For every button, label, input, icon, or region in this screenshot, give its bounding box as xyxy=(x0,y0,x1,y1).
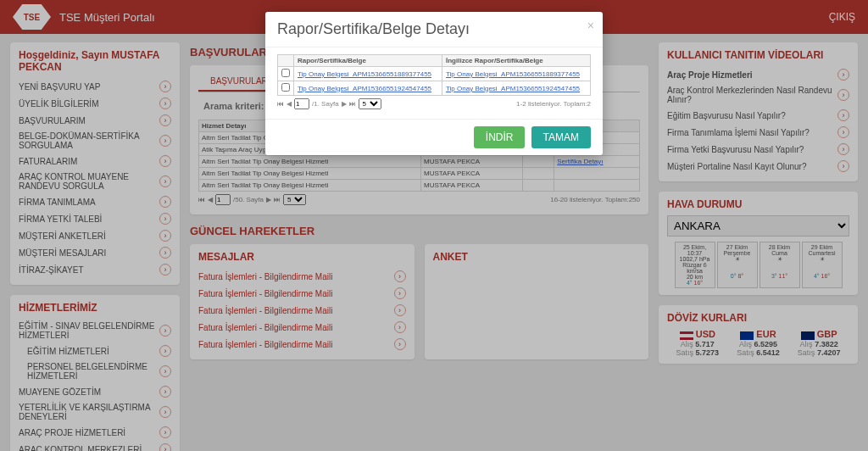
modal-col1: Rapor/Sertifika/Belge xyxy=(294,55,442,67)
row-checkbox[interactable] xyxy=(281,83,290,92)
pager-last-icon[interactable]: ⏭ xyxy=(349,100,356,108)
modal-pager-input[interactable] xyxy=(294,98,309,109)
modal-row[interactable]: Tip Onay Belgesi_APM15366551924547455Tip… xyxy=(278,81,591,96)
modal-title: Rapor/Sertifika/Belge Detayı xyxy=(277,20,470,37)
close-icon[interactable]: × xyxy=(587,19,594,32)
modal-pager-suffix: /1. Sayfa xyxy=(312,100,339,108)
ok-button[interactable]: TAMAM xyxy=(531,126,591,148)
modal-pager-info: 1-2 listeleniyor. Toplam:2 xyxy=(516,100,591,108)
pager-prev-icon[interactable]: ◀ xyxy=(287,100,292,108)
modal-col2: İngilizce Rapor/Sertifika/Belge xyxy=(442,55,591,67)
modal-pager-size[interactable]: 5 xyxy=(359,98,381,109)
download-button[interactable]: İNDİR xyxy=(474,126,526,148)
modal-pager: ⏮ ◀ /1. Sayfa ▶ ⏭ 5 1-2 listeleniyor. To… xyxy=(277,96,591,112)
row-checkbox[interactable] xyxy=(281,69,290,77)
modal-table: Rapor/Sertifika/Belge İngilizce Rapor/Se… xyxy=(277,54,591,96)
pager-first-icon[interactable]: ⏮ xyxy=(277,100,284,108)
certificate-detail-modal: Rapor/Sertifika/Belge Detayı × Rapor/Ser… xyxy=(265,12,603,155)
modal-row[interactable]: Tip Onay Belgesi_APM15366551889377455Tip… xyxy=(278,67,591,81)
pager-next-icon[interactable]: ▶ xyxy=(342,100,347,108)
